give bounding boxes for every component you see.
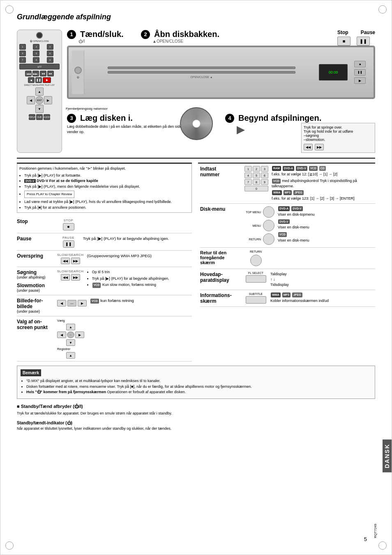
standby-desc-2: Når apparatet er tilsluttet lysnettet, l… — [17, 426, 375, 432]
valg-btn-area: Vælg ▲ ◀ · ▶ ▼ Registrer ▲ — [57, 319, 84, 359]
step1-number: 1 — [67, 30, 76, 39]
step3-number: 3 — [67, 114, 76, 123]
info-label: Informations- skærm — [200, 292, 241, 304]
side-label: DANSK — [383, 440, 392, 472]
note-section: Bemærk "D.MIX" på displayet angiver, at … — [17, 366, 375, 399]
skip-fwd-btn[interactable]: ▶▶ — [315, 144, 324, 150]
numpad-0[interactable]: 0 — [244, 186, 268, 191]
valg-row: Valg af on- screen punkt Vælg ▲ ◀ · ▶ — [17, 316, 192, 362]
overspring-row: Overspring SLOW/SEARCH ◀◀ ▶▶ (Gruppeover… — [17, 251, 192, 267]
main-table: Positionen gemmes i hukommelsen, når "⊳"… — [17, 163, 375, 362]
step1-subtitle: ⏻/I — [78, 39, 133, 44]
valg-right-btn[interactable]: ▶ — [75, 332, 84, 338]
stop-label: Stop — [337, 30, 348, 35]
stop-func-btn[interactable]: ■ — [63, 223, 74, 230]
top-menu-btn[interactable] — [263, 206, 274, 218]
note-bullet-1: "D.MIX" på displayet angiver, at et mult… — [26, 378, 371, 384]
pause-func-btn[interactable]: ❚❚ — [63, 240, 74, 248]
fl-select-btn[interactable] — [246, 275, 266, 283]
sogning-back-btn[interactable]: ◀◀ — [61, 274, 70, 281]
retur-btn[interactable] — [250, 255, 262, 266]
corner-mark-tr — [378, 5, 387, 14]
step4-number: 4 — [225, 114, 234, 123]
sogning-slowmotion-row: Søgning (under afspilning) Slowmotion (u… — [17, 267, 192, 295]
pause-func-label: Pause — [17, 236, 54, 242]
standby-title-2: Standby/tændt-indikator (⏻) — [17, 420, 375, 426]
billede-next-btn[interactable]: ▶ — [78, 300, 87, 306]
rqt-code: RQT7249 — [374, 524, 377, 538]
remote-control: ⏻ OPEN/CLOSE 123 456 789 ≧10 |◀◀ ▶▶| ◀◀ … — [17, 30, 62, 153]
corner-mark-bl — [5, 541, 14, 550]
corner-mark-tl — [5, 5, 14, 14]
skip-callout: Tryk for at springe over. Tryk og hold i… — [301, 123, 375, 153]
disk-menu-label: Disk-menu — [200, 206, 241, 212]
numpad-1[interactable]: 1 — [244, 166, 252, 172]
note-bullet-3-text: Hvis "⏻" kommer frem på fjernsynsskærmen — [26, 390, 106, 394]
note-bullet-3-desc: Operationen er forbudt af apparatet elle… — [107, 390, 186, 394]
stop-func-label: Stop — [17, 219, 54, 224]
remote-power-btn — [36, 32, 43, 39]
disc-illustration — [180, 107, 213, 140]
billede-btn-area: ◀ — ▶ — [57, 298, 87, 306]
sogning-btn-area: SLOW/SEARCH ◀◀ ▶▶ — [57, 269, 84, 281]
position-memory-box: Positionen gemmes i hukommelsen, når "⊳"… — [17, 164, 192, 213]
disk-menu-btn-area: TOP MENU MENU RETURN — [244, 206, 274, 245]
numpad-9[interactable]: 9 — [261, 179, 268, 185]
retur-row: Retur til den foregående skærm RETURN — [200, 248, 375, 269]
step1-title: Tænd/sluk. — [80, 30, 124, 39]
menu-btn[interactable] — [263, 220, 274, 231]
numpad-5[interactable]: 5 — [253, 173, 260, 178]
valg-register-btn[interactable]: ▲ — [66, 352, 75, 359]
step4-title: Begynd afspilningen. — [238, 113, 321, 123]
indtast-label: Indtast nummer — [200, 166, 241, 177]
pause-func-desc: Tryk på [▶] (PLAY) for at begynde afspil… — [83, 236, 192, 241]
step2-number: 2 — [141, 30, 150, 39]
numpad-8[interactable]: 8 — [253, 179, 260, 185]
step2-title: Åbn diskbakken. — [154, 30, 219, 39]
numpad-3[interactable]: 3 — [261, 166, 268, 172]
numpad-4[interactable]: 4 — [244, 173, 252, 178]
subtitle-btn[interactable] — [246, 296, 266, 304]
sensor-label: Fjernbetjeningssig nalsensor — [66, 107, 108, 111]
stop-pause-callout: Stop Pause ■ ❚❚ — [337, 30, 375, 46]
hovedap-row: Hovedap- paratdisplay FL SELECT Taldispl… — [200, 269, 375, 290]
stop-button[interactable]: ■ — [337, 37, 350, 46]
page-title: Grundlæggende afspilning — [17, 13, 375, 21]
hovedap-desc: Taldisplay ↑ ↓ Tidsdisplay — [270, 272, 375, 287]
skip-back-btn[interactable]: ◀◀ — [304, 144, 313, 150]
stop-btn-area: STOP ■ — [57, 219, 80, 230]
numpad-7[interactable]: 7 — [244, 179, 252, 185]
sogning-func-label: Søgning (under afspilning) Slowmotion (u… — [17, 269, 54, 292]
info-row: Informations- skærm SUBTITLE WMA MP3 JPE… — [200, 290, 375, 307]
info-btn-area: SUBTITLE — [244, 292, 267, 304]
hovedap-label: Hovedap- paratdisplay — [200, 272, 241, 283]
valg-enter-btn[interactable]: · — [67, 332, 74, 338]
overspring-back-btn[interactable]: ◀◀ — [61, 258, 70, 264]
valg-up-btn[interactable]: ▲ — [66, 324, 75, 330]
billede-func-desc: VCD kun forlæns retning — [90, 298, 192, 304]
billede-for-billede-row: Billede-for- billede (under pause) ◀ — ▶… — [17, 295, 192, 316]
sogning-func-desc: Op til 5 trin Tryk på [▶] (PLAY) for at … — [87, 269, 192, 289]
overspring-func-label: Overspring — [17, 253, 54, 259]
dvd-player-diagram: ⏻ OPEN/CLOSE ▲ 00:00 ■ ❚❚ — [67, 46, 375, 99]
standby-desc-1: Tryk for at tænde/slukke for apparatet. … — [17, 411, 375, 417]
numpad-6[interactable]: 6 — [261, 173, 268, 178]
overspring-fwd-btn[interactable]: ▶▶ — [71, 258, 80, 264]
numpad-2[interactable]: 2 — [253, 166, 260, 172]
sogning-fwd-btn[interactable]: ▶▶ — [71, 274, 80, 281]
hovedap-btn-area: FL SELECT — [244, 272, 267, 283]
return-disk-btn[interactable] — [263, 233, 274, 245]
step1-heading: 1 Tænd/sluk. — [67, 30, 133, 39]
remote-numpad: 123 456 789 ≧10 — [19, 44, 60, 69]
overspring-btn-area: SLOW/SEARCH ◀◀ ▶▶ — [57, 253, 84, 264]
valg-left-btn[interactable]: ◀ — [57, 332, 66, 338]
overspring-func-desc: (Gruppeoverspring WMA MP3 JPEG) — [87, 253, 192, 258]
valg-down-btn[interactable]: ▼ — [66, 339, 75, 346]
billede-func-label: Billede-for- billede (under pause) — [17, 298, 54, 313]
main-separator — [17, 158, 375, 159]
pause-button[interactable]: ❚❚ — [357, 37, 370, 46]
disk-menu-row: Disk-menu TOP MENU MENU RETURN — [200, 204, 375, 248]
billede-prev-btn[interactable]: ◀ — [57, 300, 66, 306]
note-bullet-2: Disken fortsætter med at rotere, mens me… — [26, 384, 371, 390]
retur-btn-area: RETURN — [244, 250, 267, 266]
